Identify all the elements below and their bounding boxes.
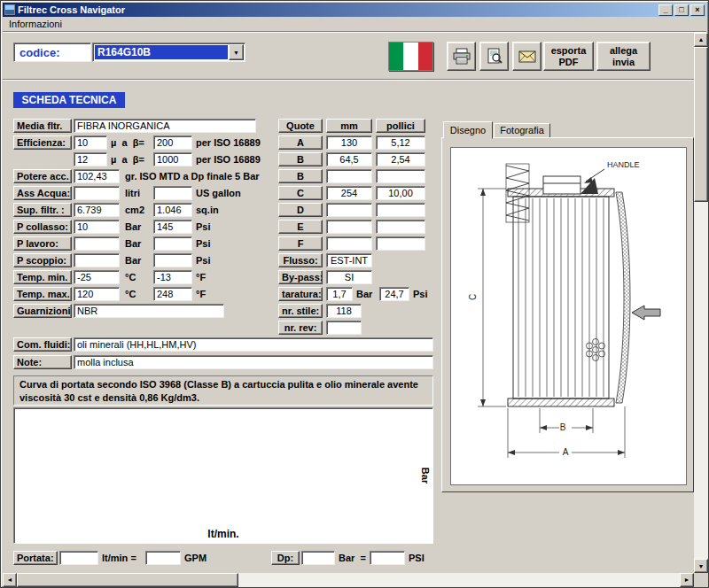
quote-f-pollici-field[interactable] — [376, 236, 425, 251]
maximize-icon[interactable]: □ — [674, 4, 689, 16]
p-lavoro-psi-field[interactable] — [153, 236, 192, 251]
taratura-psi-field[interactable]: 24,7 — [379, 287, 409, 301]
nr-stile-field[interactable]: 118 — [326, 304, 362, 318]
efficienza-micron-2-field[interactable]: 12 — [74, 152, 107, 166]
email-button[interactable] — [512, 42, 541, 71]
sqin-label: sq.in — [196, 203, 219, 217]
quote-e-pollici-field[interactable] — [376, 220, 425, 234]
title-bar[interactable]: Filtrec Cross Navigator _ □ × — [3, 3, 706, 17]
codice-combobox[interactable]: R164G10B ▼ — [92, 43, 245, 62]
horizontal-scrollbar-thumb[interactable] — [17, 573, 238, 587]
printer-icon — [452, 47, 471, 66]
temp-max-c-field[interactable]: 120 — [74, 287, 120, 301]
temp-max-f-field[interactable]: 248 — [153, 287, 192, 301]
quote-a-mm-field[interactable]: 130 — [326, 135, 372, 150]
potere-acc-label: Potere acc. — [13, 169, 72, 183]
esporta-pdf-label-1: esporta — [551, 45, 587, 57]
tab-fotografia[interactable]: Fotografia — [494, 123, 550, 138]
temp-min-c-field[interactable]: -25 — [74, 270, 120, 284]
sup-filtr-sqin-field[interactable]: 1.046 — [153, 203, 192, 217]
chevron-down-icon[interactable]: ▼ — [229, 44, 244, 60]
dp-psi-field[interactable] — [370, 551, 405, 565]
p-collasso-bar-field[interactable]: 10 — [74, 220, 120, 234]
taratura-psi-unit: Psi — [413, 287, 428, 301]
iso-label-1: per ISO 16889 — [196, 135, 261, 150]
quote-c-mm-field[interactable]: 254 — [326, 186, 372, 200]
print-button[interactable] — [447, 42, 476, 71]
pollici-header: pollici — [376, 119, 425, 133]
efficienza-beta-2-field[interactable]: 1000 — [153, 152, 192, 166]
quote-d-pollici-field[interactable] — [376, 203, 425, 217]
gpm-label: GPM — [184, 551, 206, 565]
taratura-bar-field[interactable]: 1,7 — [326, 287, 353, 301]
bypass-label: By-pass: — [278, 270, 323, 284]
quote-c-pollici-field[interactable]: 10,00 — [376, 186, 425, 200]
guarnizioni-field[interactable]: NBR — [74, 304, 224, 318]
sup-filtr-label: Sup. filtr. : — [13, 203, 72, 217]
efficienza-micron-1-field[interactable]: 10 — [74, 135, 107, 150]
quote-b1-pollici-field[interactable]: 2,54 — [376, 152, 425, 166]
tab-disegno[interactable]: Disegno — [443, 121, 493, 139]
beta-label-2: µ a β= — [111, 152, 144, 166]
codice-selected-value[interactable]: R164G10B — [95, 45, 228, 59]
nr-rev-field[interactable] — [326, 321, 362, 335]
p-lavoro-bar-field[interactable] — [74, 236, 120, 251]
close-icon[interactable]: × — [690, 4, 705, 16]
dim-b-label: B — [560, 422, 566, 432]
efficienza-beta-1-field[interactable]: 200 — [153, 135, 192, 150]
dim-c-label: C — [468, 294, 478, 300]
ass-acqua-litri-field[interactable] — [74, 186, 120, 200]
chart-y-axis-label: Bar — [420, 468, 431, 484]
vertical-scrollbar[interactable]: ▲ ▼ — [694, 33, 708, 573]
dp-bar-field[interactable] — [301, 551, 335, 565]
quote-e-mm-field[interactable] — [326, 220, 372, 234]
note-field[interactable]: molla inclusa — [74, 355, 433, 369]
quote-b1-mm-field[interactable]: 64,5 — [326, 152, 372, 166]
ass-acqua-gallon-field[interactable] — [153, 186, 192, 200]
p-scoppio-bar-field[interactable] — [74, 253, 120, 267]
scroll-right-icon[interactable]: ► — [680, 573, 694, 587]
efficienza-label: Efficienza: — [13, 135, 72, 150]
quote-f-mm-field[interactable] — [326, 236, 372, 251]
menu-bar: Informazioni — [3, 17, 706, 31]
p-collasso-psi-field[interactable]: 145 — [153, 220, 192, 234]
dim-a-label: A — [563, 447, 569, 457]
potere-acc-field[interactable]: 102,43 — [74, 169, 120, 183]
media-fltr-field[interactable]: FIBRA INORGANICA — [74, 119, 256, 133]
scroll-up-icon[interactable]: ▲ — [694, 33, 708, 47]
quote-b2-pollici-field[interactable] — [376, 169, 425, 183]
scroll-left-icon[interactable]: ◄ — [3, 573, 17, 587]
quote-a-pollici-field[interactable]: 5,12 — [376, 135, 425, 150]
allega-invia-label-1: allega — [610, 45, 637, 57]
print-preview-icon — [485, 47, 504, 66]
quote-d-mm-field[interactable] — [326, 203, 372, 217]
flag-white-stripe — [403, 43, 417, 70]
esporta-pdf-label-2: PDF — [559, 57, 579, 68]
print-preview-button[interactable] — [479, 42, 509, 71]
scroll-down-icon[interactable]: ▼ — [694, 559, 708, 573]
chart-x-axis-label: lt/min. — [14, 528, 432, 540]
temp-min-f-field[interactable]: -13 — [153, 270, 192, 284]
horizontal-scrollbar[interactable]: ◄ ► — [3, 573, 694, 587]
dp-label: Dp: — [271, 551, 300, 565]
sup-filtr-cm2-field[interactable]: 6.739 — [74, 203, 120, 217]
com-fluidi-label: Com. fluidi: — [13, 337, 72, 352]
flusso-field[interactable]: EST-INT — [326, 253, 372, 267]
gpm-field[interactable] — [145, 551, 181, 565]
portata-field[interactable] — [59, 551, 98, 565]
p-lavoro-label: P lavoro: — [13, 236, 72, 251]
menu-informazioni[interactable]: Informazioni — [3, 18, 68, 30]
esporta-pdf-button[interactable]: esporta PDF — [543, 42, 594, 71]
scrollbar-corner — [694, 573, 708, 587]
quote-b2-mm-field[interactable] — [326, 169, 372, 183]
note-label: Note: — [13, 355, 72, 369]
app-icon — [4, 4, 15, 15]
bypass-field[interactable]: SI — [326, 270, 372, 284]
p-scoppio-psi-field[interactable] — [153, 253, 192, 267]
p-collasso-label: P collasso: — [13, 220, 72, 234]
minimize-icon[interactable]: _ — [658, 4, 673, 16]
flow-curve-chart: Bar lt/min. — [13, 407, 433, 544]
com-fluidi-field[interactable]: oli minerali (HH,HL,HM,HV) — [74, 337, 433, 352]
vertical-scrollbar-thumb[interactable] — [694, 47, 708, 202]
allega-invia-button[interactable]: allega invia — [596, 42, 651, 71]
